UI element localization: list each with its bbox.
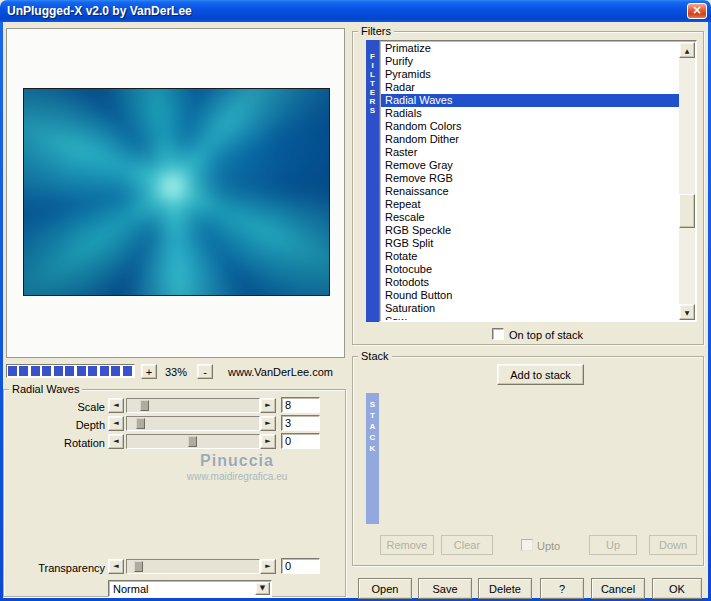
filter-list-item[interactable]: Repeat <box>381 198 679 211</box>
zoom-in-button[interactable]: + <box>141 364 157 379</box>
rotation-slider-thumb[interactable] <box>188 436 197 447</box>
help-button[interactable]: ? <box>540 578 584 599</box>
filter-list-item[interactable]: Random Colors <box>381 120 679 133</box>
radial-waves-artwork <box>23 88 330 296</box>
filter-list-item[interactable]: Remove Gray <box>381 159 679 172</box>
scale-slider-thumb[interactable] <box>140 400 149 411</box>
left-arrow-icon: ◄ <box>113 438 118 445</box>
minus-icon: - <box>203 366 207 378</box>
filter-list-item[interactable]: Radials <box>381 107 679 120</box>
scale-slider-left-arrow[interactable]: ◄ <box>108 398 124 413</box>
depth-slider-left-arrow[interactable]: ◄ <box>108 416 124 431</box>
render-progress-fill <box>8 366 133 376</box>
ok-button[interactable]: OK <box>652 578 702 599</box>
rotation-slider-track[interactable] <box>126 434 260 449</box>
blend-mode-select[interactable]: Normal ▼ <box>108 580 272 597</box>
filter-list-item[interactable]: Rotate <box>381 250 679 263</box>
down-button[interactable]: Down <box>649 535 697 555</box>
zoom-level: 33% <box>157 366 195 378</box>
close-button[interactable]: × <box>687 3 707 19</box>
filter-list-scrollbar[interactable]: ▲ ▼ <box>679 42 695 320</box>
upto-checkbox[interactable] <box>521 539 533 551</box>
add-to-stack-button[interactable]: Add to stack <box>497 364 584 385</box>
filter-list-item[interactable]: Random Dither <box>381 133 679 146</box>
filter-list-item[interactable]: Pyramids <box>381 68 679 81</box>
depth-slider-track[interactable] <box>126 416 260 431</box>
filter-list-item[interactable]: RGB Speckle <box>381 224 679 237</box>
down-arrow-icon: ▼ <box>685 309 690 316</box>
scroll-down-button[interactable]: ▼ <box>679 304 695 320</box>
transparency-value-input[interactable] <box>281 558 320 574</box>
filter-list-item[interactable]: Radar <box>381 81 679 94</box>
rotation-label: Rotation <box>8 437 105 449</box>
filter-list-item[interactable]: Rescale <box>381 211 679 224</box>
filter-listbox: PrimatizePurifyPyramidsRadarRadial Waves… <box>379 40 697 322</box>
plus-icon: + <box>146 366 152 378</box>
remove-button[interactable]: Remove <box>380 535 434 555</box>
filter-list-item[interactable]: Saw <box>381 315 679 320</box>
filter-list-item[interactable]: Rotodots <box>381 276 679 289</box>
filter-list-item[interactable]: RGB Split <box>381 237 679 250</box>
cancel-button[interactable]: Cancel <box>591 578 645 599</box>
vanderlee-link[interactable]: www.VanDerLee.com <box>228 366 333 378</box>
up-arrow-icon: ▲ <box>685 47 690 54</box>
delete-button[interactable]: Delete <box>478 578 532 599</box>
filters-side-tab: FILTERS <box>366 40 379 322</box>
rotation-slider-right-arrow[interactable]: ► <box>260 434 276 449</box>
depth-slider-right-arrow[interactable]: ► <box>260 416 276 431</box>
filter-list-item[interactable]: Renaissance <box>381 185 679 198</box>
scale-slider-right-arrow[interactable]: ► <box>260 398 276 413</box>
depth-label: Depth <box>8 419 105 431</box>
preview-pane <box>6 28 345 358</box>
right-arrow-icon: ► <box>265 438 270 445</box>
on-top-label: On top of stack <box>509 329 583 341</box>
zoom-out-button[interactable]: - <box>197 364 213 379</box>
scroll-up-button[interactable]: ▲ <box>679 42 695 58</box>
scale-slider-track[interactable] <box>126 398 260 413</box>
filter-list-item[interactable]: Saturation <box>381 302 679 315</box>
blend-mode-dropdown-button[interactable]: ▼ <box>255 582 270 595</box>
save-button[interactable]: Save <box>418 578 472 599</box>
open-button[interactable]: Open <box>358 578 412 599</box>
filter-list: PrimatizePurifyPyramidsRadarRadial Waves… <box>381 42 679 320</box>
transparency-label: Transparency <box>8 562 105 574</box>
left-arrow-icon: ◄ <box>113 420 118 427</box>
transparency-slider-right-arrow[interactable]: ► <box>260 559 276 574</box>
filter-list-item[interactable]: Primatize <box>381 42 679 55</box>
window-title: UnPlugged-X v2.0 by VanDerLee <box>7 4 192 18</box>
left-arrow-icon: ◄ <box>113 563 118 570</box>
blend-mode-value: Normal <box>113 582 148 596</box>
rotation-value-input[interactable] <box>281 433 320 449</box>
filter-list-item[interactable]: Remove RGB <box>381 172 679 185</box>
rotation-slider-left-arrow[interactable]: ◄ <box>108 434 124 449</box>
scale-value-input[interactable] <box>281 397 320 413</box>
window: UnPlugged-X v2.0 by VanDerLee × + 33% - … <box>0 0 711 601</box>
transparency-slider-track[interactable] <box>126 559 260 574</box>
depth-value-input[interactable] <box>281 415 320 431</box>
left-arrow-icon: ◄ <box>113 402 118 409</box>
chevron-down-icon: ▼ <box>260 585 265 592</box>
close-icon: × <box>692 3 702 17</box>
scale-label: Scale <box>8 401 105 413</box>
filter-list-item[interactable]: Raster <box>381 146 679 159</box>
titlebar: UnPlugged-X v2.0 by VanDerLee <box>0 0 711 22</box>
transparency-slider-thumb[interactable] <box>134 561 143 572</box>
scroll-thumb[interactable] <box>679 194 695 228</box>
group-radial-waves-label: Radial Waves <box>9 383 82 395</box>
stack-list-area <box>381 393 697 524</box>
on-top-checkbox[interactable] <box>492 328 504 340</box>
filter-list-item[interactable]: Purify <box>381 55 679 68</box>
filter-list-item[interactable]: Radial Waves <box>381 94 679 107</box>
up-button[interactable]: Up <box>589 535 637 555</box>
right-arrow-icon: ► <box>265 420 270 427</box>
depth-slider-thumb[interactable] <box>136 418 145 429</box>
filter-list-item[interactable]: Rotocube <box>381 263 679 276</box>
clear-button[interactable]: Clear <box>441 535 493 555</box>
filter-list-item[interactable]: Round Button <box>381 289 679 302</box>
preview-image[interactable] <box>23 88 330 296</box>
right-arrow-icon: ► <box>265 402 270 409</box>
right-arrow-icon: ► <box>265 563 270 570</box>
upto-label: Upto <box>537 540 560 552</box>
group-stack-label: Stack <box>358 350 392 362</box>
transparency-slider-left-arrow[interactable]: ◄ <box>108 559 124 574</box>
